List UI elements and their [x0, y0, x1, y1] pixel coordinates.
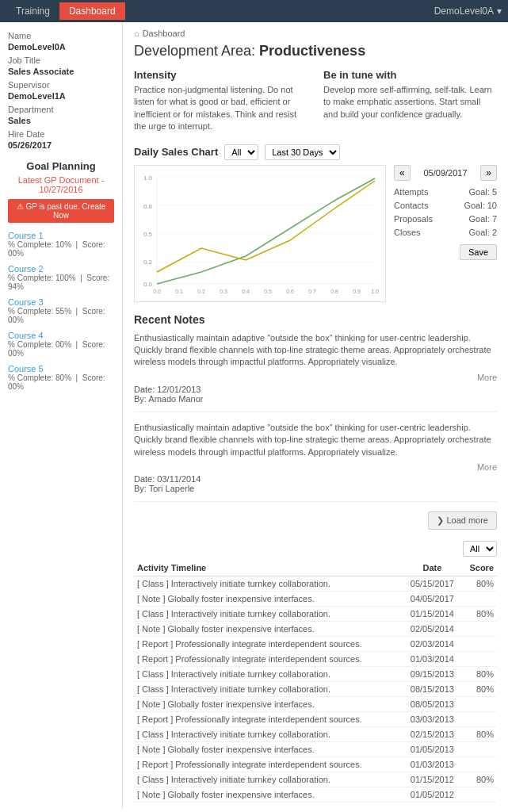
- score-cell: 80%: [461, 726, 497, 741]
- course-stats: % Complete: 100% | Score: 94%: [8, 274, 114, 291]
- chart-prev-button[interactable]: «: [394, 165, 411, 181]
- activity-cell: [ Note ] Globally foster inexpensive int…: [134, 621, 403, 636]
- score-cell: [461, 621, 497, 636]
- supervisor-label: Supervisor: [8, 80, 50, 90]
- gp-link[interactable]: Latest GP Document - 10/27/2016: [8, 175, 114, 194]
- stat-contacts-label: Contacts: [394, 201, 428, 210]
- note-item: Enthusiastically maintain adaptive "outs…: [134, 422, 497, 502]
- page-title-prefix: Development Area:: [134, 43, 259, 59]
- load-more-button[interactable]: ❯ Load more: [428, 511, 497, 530]
- score-cell: [461, 696, 497, 711]
- date-cell: 01/15/2012: [403, 772, 461, 787]
- date-cell: 01/15/2014: [403, 606, 461, 621]
- page-title-bold: Productiveness: [259, 43, 365, 59]
- svg-text:1.0: 1.0: [143, 174, 153, 182]
- user-label: DemoLevel0A: [434, 6, 494, 17]
- tab-dashboard[interactable]: Dashboard: [59, 2, 125, 20]
- recent-notes-title: Recent Notes: [134, 313, 497, 326]
- gp-alert-button[interactable]: ⚠ GP is past due. Create Now: [8, 199, 114, 223]
- course-name[interactable]: Course 1: [8, 231, 114, 240]
- tab-training[interactable]: Training: [6, 2, 59, 20]
- note-author: By: Tori Laperle: [134, 484, 497, 493]
- svg-text:0.8: 0.8: [330, 289, 338, 294]
- goal-planning-title: Goal Planning: [8, 160, 114, 172]
- activity-cell: [ Report ] Professionally integrate inte…: [134, 651, 403, 666]
- score-cell: 80%: [461, 681, 497, 696]
- course-item: Course 5 % Complete: 80% | Score: 00%: [8, 364, 114, 391]
- table-row: [ Note ] Globally foster inexpensive int…: [134, 787, 497, 802]
- save-button[interactable]: Save: [460, 244, 497, 260]
- course-name[interactable]: Course 2: [8, 264, 114, 274]
- field-hiredate: Hire Date 05/26/2017: [8, 128, 114, 151]
- intensity-text: Practice non-judgmental listening. Do no…: [134, 84, 307, 133]
- date-cell: 01/03/2014: [403, 651, 461, 666]
- table-row: [ Report ] Professionally integrate inte…: [134, 651, 497, 666]
- score-cell: 80%: [461, 606, 497, 621]
- chart-stat-attempts: Attempts Goal: 5: [394, 187, 497, 197]
- activity-cell: [ Class ] Interactively initiate turnkey…: [134, 681, 403, 696]
- col-activity: Activity Timeline: [134, 560, 403, 576]
- date-cell: 08/05/2013: [403, 696, 461, 711]
- stat-proposals-label: Proposals: [394, 214, 433, 224]
- score-cell: [461, 636, 497, 651]
- courses-list: Course 1 % Complete: 10% | Score: 00% Co…: [8, 231, 114, 391]
- course-item: Course 2 % Complete: 100% | Score: 94%: [8, 264, 114, 291]
- score-cell: [461, 711, 497, 726]
- breadcrumb-text: Dashboard: [143, 29, 185, 38]
- name-label: Name: [8, 31, 31, 40]
- chart-filter-all[interactable]: All: [224, 144, 258, 160]
- load-more-area: ❯ Load more: [134, 511, 497, 530]
- field-department: Department Sales: [8, 104, 114, 126]
- date-cell: 08/15/2013: [403, 681, 461, 696]
- nav-tabs: Training Dashboard: [6, 2, 125, 20]
- course-stats: % Complete: 10% | Score: 00%: [8, 240, 114, 258]
- course-name[interactable]: Course 4: [8, 331, 114, 340]
- main-content: ⌂ Dashboard Development Area: Productive…: [123, 22, 508, 809]
- date-cell: 03/03/2013: [403, 711, 461, 726]
- table-row: [ Note ] Globally foster inexpensive int…: [134, 591, 497, 606]
- chart-container: 0.0 0.2 0.5 0.8 1.0 0.0 0.1 0.2 0.3 0.4 …: [134, 165, 497, 302]
- table-row: [ Report ] Professionally integrate inte…: [134, 711, 497, 726]
- note-text: Enthusiastically maintain adaptive "outs…: [134, 422, 497, 458]
- home-icon: ⌂: [134, 29, 139, 38]
- supervisor-value: DemoLevel1A: [8, 91, 66, 101]
- breadcrumb: ⌂ Dashboard: [134, 29, 497, 38]
- course-stats: % Complete: 00% | Score: 00%: [8, 340, 114, 358]
- more-button[interactable]: More: [477, 373, 497, 382]
- stat-closes-goal: Goal: 2: [469, 228, 497, 237]
- department-label: Department: [8, 105, 53, 114]
- score-cell: 80%: [461, 576, 497, 591]
- svg-text:0.3: 0.3: [220, 289, 227, 294]
- chart-next-button[interactable]: »: [480, 165, 497, 181]
- tune-title: Be in tune with: [323, 69, 497, 81]
- main-layout: Name DemoLevel0A Job Title Sales Associa…: [0, 22, 508, 809]
- course-name[interactable]: Course 3: [8, 297, 114, 307]
- page-title: Development Area: Productiveness: [134, 43, 497, 59]
- svg-text:0.6: 0.6: [286, 289, 294, 294]
- stat-closes-label: Closes: [394, 228, 421, 237]
- score-cell: [461, 591, 497, 606]
- table-row: [ Note ] Globally foster inexpensive int…: [134, 696, 497, 711]
- col-date: Date: [403, 560, 461, 576]
- svg-text:0.7: 0.7: [308, 289, 316, 294]
- activity-cell: [ Class ] Interactively initiate turnkey…: [134, 606, 403, 621]
- chevron-down-icon: ▾: [497, 6, 502, 17]
- more-button[interactable]: More: [477, 462, 497, 472]
- stat-attempts-goal: Goal: 5: [469, 187, 497, 197]
- score-cell: 80%: [461, 772, 497, 787]
- svg-text:0.5: 0.5: [264, 289, 272, 294]
- date-cell: 05/15/2017: [403, 576, 461, 591]
- activity-filter-select[interactable]: All: [463, 541, 497, 557]
- field-name: Name DemoLevel0A: [8, 30, 114, 52]
- field-jobtitle: Job Title Sales Associate: [8, 55, 114, 77]
- stat-contacts-goal: Goal: 10: [464, 201, 497, 210]
- svg-text:0.2: 0.2: [143, 259, 153, 266]
- col-score: Score: [461, 560, 497, 576]
- chart-stat-closes: Closes Goal: 2: [394, 228, 497, 237]
- course-name[interactable]: Course 5: [8, 364, 114, 373]
- top-nav: Training Dashboard DemoLevel0A ▾: [0, 0, 508, 22]
- chart-filter-period[interactable]: Last 30 Days: [265, 144, 340, 160]
- note-more: More: [134, 372, 497, 383]
- activity-table-header: Activity Timeline Date Score: [134, 560, 497, 576]
- chart-header: Daily Sales Chart All Last 30 Days: [134, 144, 497, 160]
